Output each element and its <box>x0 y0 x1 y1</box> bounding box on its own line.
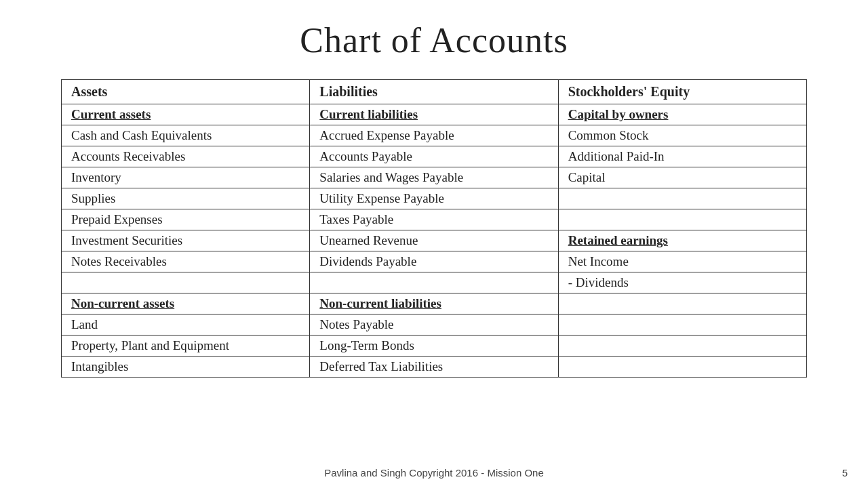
cell-equity <box>558 336 806 357</box>
table-row: Current assetsCurrent liabilitiesCapital… <box>62 104 807 125</box>
cell-liabilities: Deferred Tax Liabilities <box>310 357 558 378</box>
table-row: InventorySalaries and Wages PayableCapit… <box>62 167 807 188</box>
table-row: Cash and Cash EquivalentsAccrued Expense… <box>62 125 807 146</box>
cell-equity: Retained earnings <box>558 230 806 251</box>
cell-equity: Common Stock <box>558 125 806 146</box>
cell-assets: Prepaid Expenses <box>62 209 310 230</box>
cell-assets: Property, Plant and Equipment <box>62 336 310 357</box>
table-row: Investment SecuritiesUnearned RevenueRet… <box>62 230 807 251</box>
cell-assets: Investment Securities <box>62 230 310 251</box>
cell-equity <box>558 357 806 378</box>
cell-liabilities: Unearned Revenue <box>310 230 558 251</box>
cell-equity: Capital by owners <box>558 104 806 125</box>
cell-equity <box>558 293 806 314</box>
cell-assets: Non-current assets <box>62 293 310 314</box>
cell-assets: Intangibles <box>62 357 310 378</box>
col-header-liabilities: Liabilities <box>310 80 558 104</box>
cell-equity: Capital <box>558 167 806 188</box>
cell-assets: Land <box>62 314 310 336</box>
cell-liabilities: Salaries and Wages Payable <box>310 167 558 188</box>
table-row: - Dividends <box>62 272 807 293</box>
cell-liabilities: Non-current liabilities <box>310 293 558 314</box>
cell-equity <box>558 209 806 230</box>
cell-liabilities: Taxes Payable <box>310 209 558 230</box>
cell-assets: Supplies <box>62 188 310 209</box>
cell-assets: Current assets <box>62 104 310 125</box>
table-row: Property, Plant and EquipmentLong-Term B… <box>62 336 807 357</box>
col-header-equity: Stockholders' Equity <box>558 80 806 104</box>
cell-equity <box>558 314 806 336</box>
cell-liabilities: Notes Payable <box>310 314 558 336</box>
cell-assets: Inventory <box>62 167 310 188</box>
cell-assets: Cash and Cash Equivalents <box>62 125 310 146</box>
cell-equity <box>558 188 806 209</box>
chart-of-accounts-table: Assets Liabilities Stockholders' Equity … <box>61 79 807 378</box>
table-row: Accounts ReceivablesAccounts PayableAddi… <box>62 146 807 167</box>
slide-number: 5 <box>842 467 848 479</box>
cell-liabilities: Accounts Payable <box>310 146 558 167</box>
table-row: Notes ReceivablesDividends PayableNet In… <box>62 251 807 272</box>
cell-liabilities: Dividends Payable <box>310 251 558 272</box>
cell-equity: Additional Paid-In <box>558 146 806 167</box>
col-header-assets: Assets <box>62 80 310 104</box>
cell-assets: Accounts Receivables <box>62 146 310 167</box>
table-row: Non-current assetsNon-current liabilitie… <box>62 293 807 314</box>
cell-liabilities <box>310 272 558 293</box>
table-row: LandNotes Payable <box>62 314 807 336</box>
page-title: Chart of Accounts <box>300 20 568 60</box>
table-row: SuppliesUtility Expense Payable <box>62 188 807 209</box>
footer-copyright: Pavlina and Singh Copyright 2016 - Missi… <box>0 467 868 479</box>
cell-equity: Net Income <box>558 251 806 272</box>
table-row: Prepaid ExpensesTaxes Payable <box>62 209 807 230</box>
cell-equity: - Dividends <box>558 272 806 293</box>
cell-liabilities: Utility Expense Payable <box>310 188 558 209</box>
cell-assets: Notes Receivables <box>62 251 310 272</box>
cell-assets <box>62 272 310 293</box>
cell-liabilities: Current liabilities <box>310 104 558 125</box>
cell-liabilities: Accrued Expense Payable <box>310 125 558 146</box>
table-row: IntangiblesDeferred Tax Liabilities <box>62 357 807 378</box>
cell-liabilities: Long-Term Bonds <box>310 336 558 357</box>
